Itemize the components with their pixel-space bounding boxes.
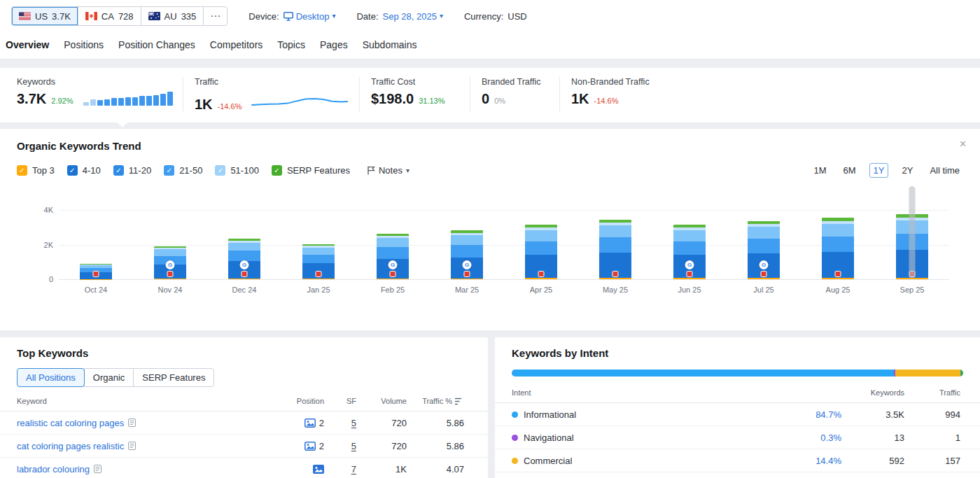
- tab-competitors[interactable]: Competitors: [209, 36, 264, 53]
- google-update-marker[interactable]: G: [166, 260, 175, 269]
- range-1y[interactable]: 1Y: [869, 163, 889, 178]
- legend-21-50[interactable]: ✓21-50: [164, 165, 202, 176]
- sparkline-bar: [111, 98, 117, 106]
- page-icon[interactable]: [128, 419, 136, 427]
- keyword-link[interactable]: realistic cat coloring pages: [17, 418, 124, 428]
- range-all-time[interactable]: All time: [926, 163, 963, 178]
- legend-4-10[interactable]: ✓4-10: [67, 165, 101, 176]
- intent-name-cell: Informational: [512, 409, 792, 420]
- checkbox-21-50[interactable]: ✓: [164, 165, 174, 176]
- tab-all-positions[interactable]: All Positions: [17, 368, 85, 387]
- page-icon[interactable]: [128, 442, 136, 450]
- chart-bar-nov-24[interactable]: G: [154, 210, 186, 279]
- legend-serp-features[interactable]: ✓SERP Features: [272, 165, 350, 176]
- tab-pages[interactable]: Pages: [318, 36, 349, 53]
- intent-percentage-link[interactable]: 14.4%: [792, 456, 841, 466]
- intent-percentage-link[interactable]: 0.3%: [792, 433, 841, 443]
- header-position[interactable]: Position: [260, 397, 324, 405]
- tab-organic[interactable]: Organic: [84, 368, 134, 387]
- sf-count-link[interactable]: 5: [351, 418, 356, 428]
- legend-51-100[interactable]: ✓51-100: [215, 165, 258, 176]
- x-axis-label: May 25: [599, 286, 631, 294]
- checkbox-top-3[interactable]: ✓: [17, 165, 27, 176]
- tab-subdomains[interactable]: Subdomains: [361, 36, 419, 53]
- chart-bar-jul-25[interactable]: G: [748, 210, 780, 279]
- sf-count-link[interactable]: 5: [351, 441, 356, 451]
- note-marker[interactable]: [538, 271, 545, 277]
- more-countries-button[interactable]: ⋯: [204, 7, 227, 25]
- checkbox-serp-features[interactable]: ✓: [272, 165, 282, 176]
- segment-11-20: [748, 239, 780, 253]
- note-marker[interactable]: [464, 271, 470, 277]
- legend-label: 21-50: [179, 165, 202, 176]
- tab-topics[interactable]: Topics: [276, 36, 307, 53]
- page-icon[interactable]: [94, 465, 102, 473]
- country-tab-ca[interactable]: CA 728: [78, 7, 141, 25]
- header-volume[interactable]: Volume: [356, 397, 407, 405]
- google-update-marker[interactable]: G: [760, 260, 769, 269]
- notes-dropdown[interactable]: Notes ▾: [367, 165, 410, 176]
- country-label: US: [35, 11, 48, 22]
- note-marker[interactable]: [835, 271, 841, 277]
- keyword-link[interactable]: cat coloring pages realistic: [17, 441, 124, 451]
- metric-keywords[interactable]: Keywords 3.7K 2.92%: [0, 77, 183, 111]
- note-marker[interactable]: [761, 271, 767, 277]
- volume-cell: 720: [356, 418, 407, 428]
- chart-bar-feb-25[interactable]: G: [377, 210, 409, 279]
- note-marker[interactable]: [390, 271, 396, 277]
- chart-bar-dec-24[interactable]: G: [228, 210, 260, 279]
- range-1m[interactable]: 1M: [810, 163, 830, 178]
- country-tab-au[interactable]: AU 335: [141, 7, 204, 25]
- country-tab-us[interactable]: US 3.7K: [12, 7, 78, 25]
- range-6m[interactable]: 6M: [840, 163, 860, 178]
- device-dropdown[interactable]: Desktop ▾: [284, 11, 336, 22]
- chart-bar-aug-25[interactable]: [822, 210, 854, 279]
- note-marker[interactable]: [612, 271, 619, 277]
- checkbox-4-10[interactable]: ✓: [67, 165, 78, 176]
- note-marker[interactable]: [93, 271, 99, 277]
- chart-bar-may-25[interactable]: [599, 210, 631, 279]
- header-keyword[interactable]: Keyword: [0, 397, 260, 405]
- sf-count-link[interactable]: 7: [351, 464, 356, 475]
- chart-bar-apr-25[interactable]: [525, 210, 557, 279]
- google-update-marker[interactable]: G: [685, 260, 694, 269]
- legend-11-20[interactable]: ✓11-20: [113, 165, 151, 176]
- close-icon[interactable]: ×: [960, 138, 966, 150]
- metric-traffic-cost[interactable]: Traffic Cost $198.0 31.13%: [360, 77, 470, 111]
- note-marker[interactable]: [241, 271, 248, 277]
- intent-bar-segment-transactional[interactable]: [960, 370, 963, 377]
- keyword-link[interactable]: labrador colouring: [17, 464, 90, 475]
- header-traffic[interactable]: Traffic %: [407, 397, 464, 405]
- tab-position-changes[interactable]: Position Changes: [117, 36, 197, 53]
- google-update-marker[interactable]: G: [388, 260, 398, 269]
- tab-serp-features[interactable]: SERP Features: [133, 368, 214, 387]
- metric-label: Non-Branded Traffic: [571, 77, 969, 87]
- metric-non-branded-traffic[interactable]: Non-Branded Traffic 1K -14.6%: [560, 77, 980, 111]
- note-marker[interactable]: [167, 271, 174, 277]
- chart-bar-jan-25[interactable]: [302, 210, 335, 279]
- sort-icon[interactable]: [455, 398, 464, 405]
- chart-bar-jun-25[interactable]: G: [673, 210, 706, 279]
- metric-branded-traffic[interactable]: Branded Traffic 0 0%: [470, 77, 560, 111]
- note-marker[interactable]: [687, 271, 693, 277]
- intent-bar-segment-informational[interactable]: [512, 370, 894, 377]
- legend-top-3[interactable]: ✓Top 3: [17, 165, 55, 176]
- google-update-marker[interactable]: G: [240, 260, 249, 269]
- note-marker[interactable]: [316, 271, 322, 277]
- date-dropdown[interactable]: Sep 28, 2025 ▾: [383, 11, 443, 22]
- chart-bar-oct-24[interactable]: [80, 210, 112, 279]
- google-update-marker[interactable]: G: [463, 260, 472, 269]
- header-sf[interactable]: SF: [324, 397, 356, 405]
- tab-positions[interactable]: Positions: [62, 36, 105, 53]
- range-2y[interactable]: 2Y: [898, 163, 916, 178]
- x-axis-label: Jun 25: [673, 286, 706, 294]
- intent-bar-segment-commercial[interactable]: [895, 370, 960, 377]
- metric-traffic[interactable]: Traffic 1K -14.6%: [183, 77, 360, 111]
- chart-bar-sep-25[interactable]: [896, 210, 928, 279]
- intent-percentage-link[interactable]: 84.7%: [792, 409, 841, 420]
- checkbox-51-100[interactable]: ✓: [215, 165, 225, 176]
- chart-bar-mar-25[interactable]: G: [451, 210, 483, 279]
- y-axis-label: 2K: [31, 241, 53, 249]
- tab-overview[interactable]: Overview: [4, 36, 50, 53]
- checkbox-11-20[interactable]: ✓: [113, 165, 124, 176]
